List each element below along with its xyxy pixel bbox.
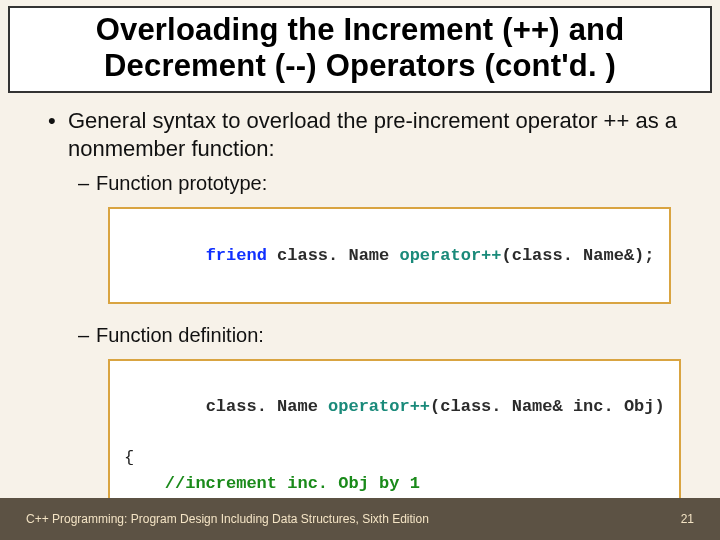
slide-body: General syntax to overload the pre-incre…: [0, 93, 720, 540]
sub-definition-label: Function definition:: [78, 324, 690, 347]
slide-title: Overloading the Increment (++) and Decre…: [20, 12, 700, 83]
footer-text: C++ Programming: Program Design Includin…: [26, 512, 429, 526]
proto-args: (class. Name&);: [502, 246, 655, 265]
footer: C++ Programming: Program Design Includin…: [0, 498, 720, 540]
bullet-main: General syntax to overload the pre-incre…: [48, 107, 690, 162]
def-return-type: class. Name: [206, 397, 328, 416]
title-box: Overloading the Increment (++) and Decre…: [8, 6, 712, 93]
sub-prototype-label: Function prototype:: [78, 172, 690, 195]
def-lbrace: {: [124, 448, 134, 467]
code-prototype: friend class. Name operator++(class. Nam…: [108, 207, 671, 304]
proto-classname: class. Name: [277, 246, 399, 265]
def-args: (class. Name& inc. Obj): [430, 397, 665, 416]
page-number: 21: [681, 512, 694, 526]
kw-friend: friend: [206, 246, 267, 265]
kw-operator: operator++: [399, 246, 501, 265]
def-comment: //increment inc. Obj by 1: [124, 474, 420, 493]
slide: Overloading the Increment (++) and Decre…: [0, 0, 720, 540]
kw-operator-def: operator++: [328, 397, 430, 416]
